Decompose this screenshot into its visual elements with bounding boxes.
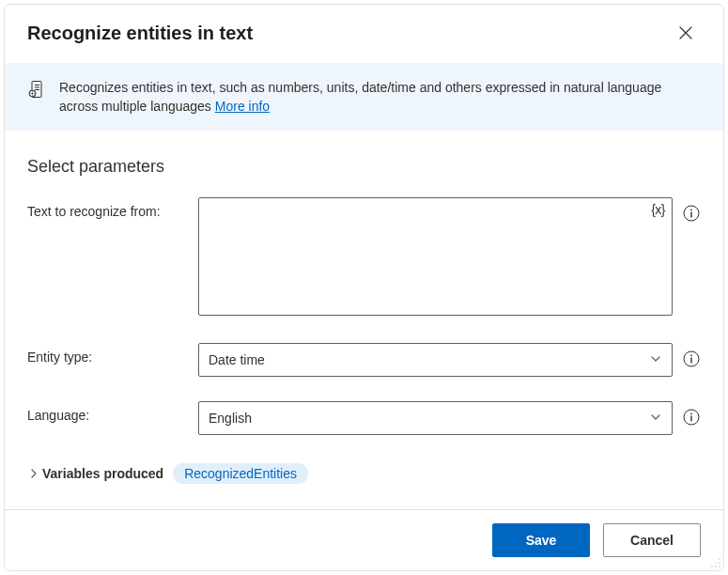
param-row-text: Text to recognize from: {x} [27, 197, 701, 319]
info-banner-desc: Recognizes entities in text, such as num… [59, 80, 661, 114]
entity-type-select[interactable]: Date time [198, 343, 673, 377]
save-button[interactable]: Save [492, 523, 590, 557]
svg-point-6 [690, 354, 692, 356]
info-banner-text: Recognizes entities in text, such as num… [59, 78, 701, 116]
svg-point-9 [690, 412, 692, 414]
info-icon [683, 350, 700, 367]
language-select[interactable]: English [198, 401, 673, 435]
entity-recognition-icon [27, 80, 46, 101]
info-icon [683, 409, 700, 426]
dialog-footer: Save Cancel [5, 509, 723, 570]
svg-rect-4 [690, 212, 691, 218]
info-icon [683, 205, 700, 222]
entity-type-value: Date time [209, 352, 265, 367]
param-row-entity: Entity type: Date time [27, 343, 701, 377]
help-icon-entity[interactable] [682, 350, 701, 368]
svg-rect-10 [690, 416, 691, 422]
param-control-entity: Date time [198, 343, 673, 377]
dialog-header: Recognize entities in text [5, 5, 723, 63]
insert-variable-button[interactable]: {x} [651, 202, 665, 217]
dialog-body: Select parameters Text to recognize from… [5, 131, 723, 509]
param-row-language: Language: English [27, 401, 701, 435]
svg-point-1 [32, 93, 34, 95]
param-label-text: Text to recognize from: [27, 197, 189, 219]
variables-produced-label: Variables produced [42, 466, 163, 481]
param-label-language: Language: [27, 401, 189, 423]
param-label-entity: Entity type: [27, 343, 189, 365]
chevron-down-icon [649, 352, 662, 368]
dialog-title: Recognize entities in text [27, 23, 253, 44]
param-control-language: English [198, 401, 673, 435]
variable-chip[interactable]: RecognizedEntities [173, 463, 308, 484]
cancel-button[interactable]: Cancel [603, 523, 701, 557]
variables-produced-row: Variables produced RecognizedEntities [27, 459, 701, 488]
section-title: Select parameters [27, 157, 701, 177]
dialog: Recognize entities in text Recognizes en… [4, 4, 724, 571]
variables-produced-expander[interactable]: Variables produced [27, 466, 163, 481]
info-banner: Recognizes entities in text, such as num… [5, 63, 723, 131]
chevron-down-icon [649, 411, 662, 427]
close-button[interactable] [671, 18, 701, 48]
chevron-right-icon [27, 467, 40, 480]
help-icon-text[interactable] [682, 204, 701, 223]
more-info-link[interactable]: More info [215, 99, 270, 114]
text-to-recognize-input[interactable] [198, 197, 673, 316]
param-control-text: {x} [198, 197, 673, 319]
svg-point-3 [690, 209, 692, 210]
svg-rect-7 [690, 358, 691, 364]
help-icon-language[interactable] [682, 408, 701, 427]
language-value: English [209, 411, 252, 426]
close-icon [679, 26, 692, 39]
